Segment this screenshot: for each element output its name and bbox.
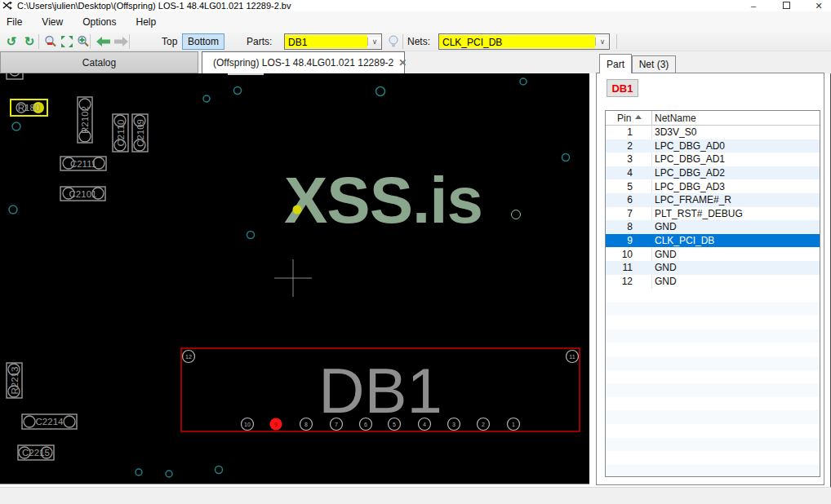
component-C2214[interactable]: C2214 bbox=[22, 414, 77, 429]
via[interactable] bbox=[136, 469, 142, 475]
pin-row-8[interactable]: 8GND bbox=[606, 220, 820, 234]
minimize-button[interactable]: – bbox=[748, 0, 759, 11]
parts-label: Parts: bbox=[247, 33, 272, 50]
pin-row-3[interactable]: 3LPC_DBG_AD1 bbox=[606, 153, 820, 166]
via[interactable] bbox=[520, 78, 527, 85]
nets-combobox[interactable]: CLK_PCI_DB ∨ bbox=[438, 33, 610, 50]
net-name: GND bbox=[651, 276, 677, 287]
component-edge-part[interactable] bbox=[7, 73, 23, 79]
toolbar: ↺ ↻ Top Bottom Parts: DB1 ∨ Nets: bbox=[0, 33, 831, 51]
pin-row-2[interactable]: 2LPC_DBG_AD0 bbox=[606, 139, 820, 153]
part-pin-9[interactable]: 9 bbox=[270, 418, 282, 431]
component-C2109[interactable]: C2109 bbox=[132, 114, 148, 152]
pin-number: 12 bbox=[606, 276, 651, 287]
part-pin-3[interactable]: 3 bbox=[448, 418, 460, 431]
part-pin-12[interactable]: 12 bbox=[183, 351, 195, 363]
component-label: C2214 bbox=[36, 417, 64, 427]
part-pin-2[interactable]: 2 bbox=[478, 418, 490, 431]
via[interactable] bbox=[9, 206, 17, 214]
pin-row-6[interactable]: 6LPC_FRAME#_R bbox=[606, 193, 820, 207]
pin-row-12[interactable]: 12GND bbox=[606, 275, 820, 289]
pin-number: 10 bbox=[606, 249, 651, 260]
svg-text:12: 12 bbox=[185, 354, 192, 360]
column-header-netname[interactable]: NetName bbox=[655, 113, 696, 124]
tab-document[interactable]: (Offspring) LOS-1 48.4LG01.021 12289-2 ✕ bbox=[202, 51, 405, 73]
chevron-down-icon[interactable]: ∨ bbox=[367, 38, 381, 46]
pin-row-9[interactable]: 9CLK_PCI_DB bbox=[606, 234, 820, 248]
side-top-label[interactable]: Top bbox=[162, 33, 177, 50]
toolbar-separator bbox=[90, 34, 91, 49]
component-C2110[interactable]: C2110 bbox=[113, 114, 128, 152]
via[interactable] bbox=[562, 154, 570, 161]
via[interactable] bbox=[234, 87, 242, 95]
pin-row-1[interactable]: 13D3V_S0 bbox=[606, 126, 820, 139]
zoom-fit-button[interactable] bbox=[59, 33, 75, 50]
via[interactable] bbox=[376, 87, 385, 96]
board-canvas[interactable]: XSS.is R180R2102C2110C2109C2111C2101R221… bbox=[0, 73, 589, 484]
side-bottom-toggle[interactable]: Bottom bbox=[182, 33, 224, 50]
chevron-down-icon[interactable]: ∨ bbox=[595, 38, 609, 46]
component-label: R2102 bbox=[80, 106, 90, 134]
component-R2213[interactable]: R2213 bbox=[7, 363, 22, 398]
component-label: R2213 bbox=[10, 367, 20, 395]
tab-catalog[interactable]: Catalog bbox=[0, 51, 198, 73]
via[interactable] bbox=[166, 471, 172, 477]
via[interactable] bbox=[203, 95, 210, 102]
menu-file[interactable]: File bbox=[0, 11, 32, 33]
part-pin-11[interactable]: 11 bbox=[567, 351, 579, 363]
pin-row-10[interactable]: 10GND bbox=[606, 247, 820, 261]
svg-text:3: 3 bbox=[452, 422, 455, 427]
nav-forward-button[interactable] bbox=[113, 33, 129, 50]
via[interactable] bbox=[512, 210, 521, 219]
component-C2111[interactable]: C2111 bbox=[60, 157, 106, 170]
via[interactable] bbox=[12, 122, 20, 130]
menu-view[interactable]: View bbox=[32, 11, 73, 33]
component-C2101[interactable]: C2101 bbox=[60, 187, 105, 201]
component-pin[interactable] bbox=[10, 73, 20, 76]
maximize-button[interactable] bbox=[780, 0, 792, 11]
parts-combobox[interactable]: DB1 ∨ bbox=[284, 33, 382, 50]
nav-back-button[interactable] bbox=[95, 33, 111, 50]
pin-number: 2 bbox=[606, 140, 651, 152]
tab-net[interactable]: Net (3) bbox=[632, 55, 676, 73]
rotate-ccw-button[interactable]: ↺ bbox=[3, 33, 20, 50]
part-panel: DB1 Pin NetName 13D3V_S02LPC_DBG_AD03LPC… bbox=[596, 73, 824, 485]
pin-table-empty-area bbox=[606, 289, 820, 476]
pin-row-11[interactable]: 11GND bbox=[606, 261, 820, 275]
component-R2102[interactable]: R2102 bbox=[78, 97, 92, 143]
tab-part[interactable]: Part bbox=[599, 54, 632, 73]
component-DB1-selected[interactable]: DB1121110987654321 bbox=[181, 348, 580, 431]
net-name: GND bbox=[651, 262, 677, 273]
net-name: GND bbox=[651, 249, 677, 260]
arrow-left-icon bbox=[96, 37, 110, 46]
highlight-bulb-button[interactable] bbox=[385, 33, 402, 50]
pin-row-4[interactable]: 4LPC_DBG_AD2 bbox=[606, 166, 820, 180]
pin-row-5[interactable]: 5LPC_DBG_AD3 bbox=[606, 179, 820, 193]
tab-document-label: (Offspring) LOS-1 48.4LG01.021 12289-2 bbox=[213, 57, 393, 69]
component-pin[interactable] bbox=[64, 416, 75, 427]
via[interactable] bbox=[216, 466, 223, 474]
tab-close-icon[interactable]: ✕ bbox=[398, 57, 407, 69]
component-C2215[interactable]: C2215 bbox=[18, 445, 54, 460]
net-marker-dot bbox=[293, 206, 302, 214]
zoom-out-button[interactable] bbox=[42, 33, 59, 50]
component-pin[interactable] bbox=[24, 416, 35, 427]
menu-help[interactable]: Help bbox=[127, 11, 167, 33]
zoom-in-button[interactable] bbox=[75, 33, 91, 50]
pin-number: 3 bbox=[606, 153, 651, 165]
part-pin-10[interactable]: 10 bbox=[242, 418, 254, 431]
close-button[interactable]: ✕ bbox=[813, 0, 824, 11]
part-pin-1[interactable]: 1 bbox=[508, 418, 520, 431]
rotate-ccw-icon: ↺ bbox=[7, 34, 17, 49]
part-pin-8[interactable]: 8 bbox=[300, 418, 313, 431]
rotate-cw-button[interactable]: ↻ bbox=[21, 33, 38, 50]
svg-text:11: 11 bbox=[569, 354, 575, 360]
part-name-button[interactable]: DB1 bbox=[607, 79, 638, 97]
via[interactable] bbox=[247, 232, 255, 239]
column-header-pin[interactable]: Pin bbox=[617, 113, 631, 124]
pin-row-7[interactable]: 7PLT_RST#_DEBUG bbox=[606, 207, 820, 221]
menu-options[interactable]: Options bbox=[73, 11, 126, 33]
component-R1800[interactable]: R180 bbox=[11, 99, 47, 116]
pin-number: 7 bbox=[606, 208, 651, 219]
toolbar-separator bbox=[616, 34, 617, 49]
